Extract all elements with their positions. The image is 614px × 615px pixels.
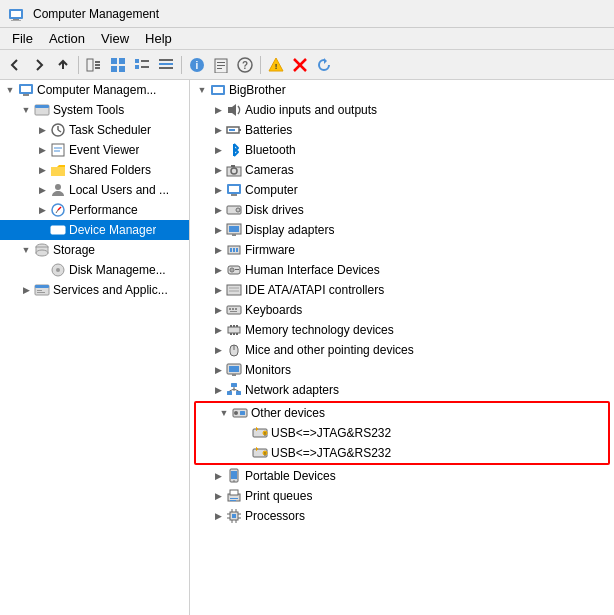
expander-local-users[interactable]: ▶ [34, 182, 50, 198]
menu-file[interactable]: File [4, 30, 41, 47]
menu-view[interactable]: View [93, 30, 137, 47]
list-button[interactable] [131, 54, 153, 76]
hid-expander[interactable]: ▶ [210, 262, 226, 278]
cameras-expander[interactable]: ▶ [210, 162, 226, 178]
svg-rect-92 [236, 325, 238, 327]
svg-rect-71 [229, 226, 239, 232]
svg-point-48 [36, 250, 48, 256]
right-item-computer[interactable]: ▶ Computer [190, 180, 614, 200]
mice-expander[interactable]: ▶ [210, 342, 226, 358]
svg-rect-86 [232, 308, 234, 310]
tree-item-system-tools[interactable]: ▼ System Tools [0, 100, 189, 120]
right-item-disk-drives[interactable]: ▶ Disk drives [190, 200, 614, 220]
back-button[interactable] [4, 54, 26, 76]
right-tree-root[interactable]: ▼ BigBrother [190, 80, 614, 100]
expander-task-scheduler[interactable]: ▶ [34, 122, 50, 138]
right-item-memory[interactable]: ▶ Memory technology devices [190, 320, 614, 340]
tree-item-storage[interactable]: ▼ Storage [0, 240, 189, 260]
show-hide-tree-button[interactable] [83, 54, 105, 76]
tree-item-services[interactable]: ▶ Services and Applic... [0, 280, 189, 300]
right-item-mice[interactable]: ▶ Mice and other pointing devices [190, 340, 614, 360]
title-bar-icon [8, 6, 24, 22]
refresh-button[interactable] [313, 54, 335, 76]
svg-rect-87 [235, 308, 237, 310]
expander-computer-management[interactable]: ▼ [2, 82, 18, 98]
expander-performance[interactable]: ▶ [34, 202, 50, 218]
svg-rect-81 [227, 285, 241, 295]
root-expander[interactable]: ▼ [194, 82, 210, 98]
right-item-bluetooth[interactable]: ▶ Bluetooth [190, 140, 614, 160]
firmware-icon [226, 242, 242, 258]
tree-item-computer-management[interactable]: ▼ Computer Managem... [0, 80, 189, 100]
svg-rect-8 [111, 58, 117, 64]
disk-drives-expander[interactable]: ▶ [210, 202, 226, 218]
monitors-expander[interactable]: ▶ [210, 362, 226, 378]
ide-label: IDE ATA/ATAPI controllers [245, 283, 384, 297]
help-button[interactable]: ? [234, 54, 256, 76]
portable-expander[interactable]: ▶ [210, 468, 226, 484]
detail-view-button[interactable] [155, 54, 177, 76]
processors-expander[interactable]: ▶ [210, 508, 226, 524]
right-item-network[interactable]: ▶ Network adapters [190, 380, 614, 400]
up-button[interactable] [52, 54, 74, 76]
svg-rect-80 [235, 269, 239, 270]
menu-action[interactable]: Action [41, 30, 93, 47]
right-item-audio[interactable]: ▶ Audio inputs and outputs [190, 100, 614, 120]
expander-event-viewer[interactable]: ▶ [34, 142, 50, 158]
disk-management-label: Disk Manageme... [69, 263, 166, 277]
network-label: Network adapters [245, 383, 339, 397]
computer-expander[interactable]: ▶ [210, 182, 226, 198]
print-expander[interactable]: ▶ [210, 488, 226, 504]
right-item-cameras[interactable]: ▶ Cameras [190, 160, 614, 180]
ide-expander[interactable]: ▶ [210, 282, 226, 298]
tree-item-device-manager[interactable]: ▶ Device Manager [0, 220, 189, 240]
right-item-usb-jtag-1[interactable]: ! USB<=>JTAG&RS232 [196, 423, 608, 443]
right-item-hid[interactable]: ▶ Human Interface Devices [190, 260, 614, 280]
disk-drives-icon [226, 202, 242, 218]
other-devices-expander[interactable]: ▼ [216, 405, 232, 421]
tree-item-performance[interactable]: ▶ Performance [0, 200, 189, 220]
right-item-monitors[interactable]: ▶ Monitors [190, 360, 614, 380]
keyboards-expander[interactable]: ▶ [210, 302, 226, 318]
tree-item-disk-management[interactable]: Disk Manageme... [0, 260, 189, 280]
menu-help[interactable]: Help [137, 30, 180, 47]
delete-button[interactable] [289, 54, 311, 76]
expander-system-tools[interactable]: ▼ [18, 102, 34, 118]
memory-expander[interactable]: ▶ [210, 322, 226, 338]
properties-button[interactable] [210, 54, 232, 76]
print-icon [226, 488, 242, 504]
right-item-display[interactable]: ▶ Display adapters [190, 220, 614, 240]
right-item-processors[interactable]: ▶ Processors [190, 506, 614, 526]
right-item-other-devices[interactable]: ▼ Other devices [196, 403, 608, 423]
tree-item-task-scheduler[interactable]: ▶ Task Scheduler [0, 120, 189, 140]
svg-line-105 [234, 389, 239, 391]
tree-item-shared-folders[interactable]: ▶ Shared Folders [0, 160, 189, 180]
bluetooth-expander[interactable]: ▶ [210, 142, 226, 158]
right-item-ide[interactable]: ▶ IDE ATA/ATAPI controllers [190, 280, 614, 300]
network-expander[interactable]: ▶ [210, 382, 226, 398]
tree-item-event-viewer[interactable]: ▶ Event Viewer [0, 140, 189, 160]
display-expander[interactable]: ▶ [210, 222, 226, 238]
right-item-keyboards[interactable]: ▶ Keyboards [190, 300, 614, 320]
right-item-portable[interactable]: ▶ Portable Devices [190, 466, 614, 486]
portable-label: Portable Devices [245, 469, 336, 483]
svg-rect-102 [236, 391, 241, 395]
right-item-print[interactable]: ▶ Print queues [190, 486, 614, 506]
right-item-batteries[interactable]: ▶ Batteries [190, 120, 614, 140]
performance-label: Performance [69, 203, 138, 217]
right-item-firmware[interactable]: ▶ Firmware [190, 240, 614, 260]
forward-button[interactable] [28, 54, 50, 76]
info-button[interactable]: i [186, 54, 208, 76]
large-icons-button[interactable] [107, 54, 129, 76]
expander-services[interactable]: ▶ [18, 282, 34, 298]
warning-button[interactable]: ! [265, 54, 287, 76]
toolbar-separator-1 [78, 56, 79, 74]
expander-shared-folders[interactable]: ▶ [34, 162, 50, 178]
expander-storage[interactable]: ▼ [18, 242, 34, 258]
svg-rect-99 [232, 374, 236, 376]
audio-expander[interactable]: ▶ [210, 102, 226, 118]
right-item-usb-jtag-2[interactable]: ! USB<=>JTAG&RS232 [196, 443, 608, 463]
firmware-expander[interactable]: ▶ [210, 242, 226, 258]
batteries-expander[interactable]: ▶ [210, 122, 226, 138]
tree-item-local-users[interactable]: ▶ Local Users and ... [0, 180, 189, 200]
